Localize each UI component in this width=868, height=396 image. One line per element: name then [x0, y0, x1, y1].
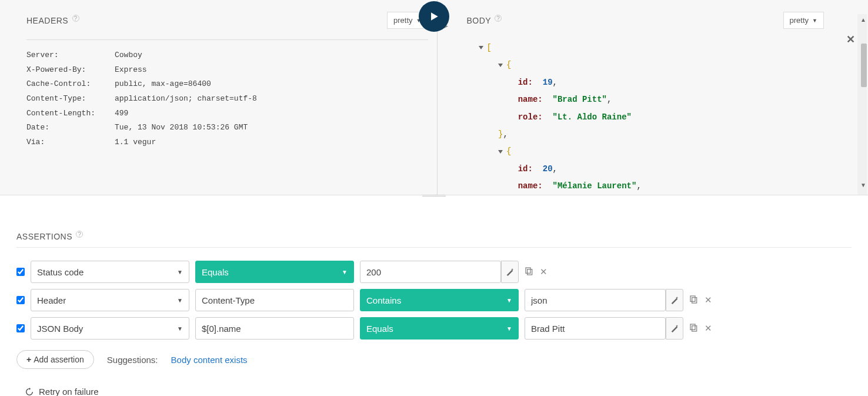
- header-key: X-Powered-By:: [26, 63, 115, 78]
- help-icon[interactable]: ?: [76, 231, 83, 238]
- header-value: public, max-age=86400: [115, 77, 428, 92]
- assertions-section: ASSERTIONS ? Status code▼ Equals▼ ✕ Head…: [0, 195, 868, 396]
- assertions-title: ASSERTIONS ?: [16, 231, 852, 241]
- resize-handle[interactable]: [422, 194, 446, 197]
- json-key: role:: [518, 112, 543, 122]
- chevron-down-icon: ▼: [342, 269, 348, 275]
- scroll-up-icon[interactable]: ▲: [859, 14, 868, 26]
- header-key: Cache-Control:: [26, 77, 115, 92]
- wand-icon: [670, 324, 679, 332]
- body-pretty-select[interactable]: pretty ▼: [783, 12, 824, 29]
- body-panel: ▶ BODY ? pretty ▼ ✕ [ { id: 19, name: "B…: [438, 0, 869, 195]
- json-body: [ { id: 19, name: "Brad Pitt", role: "Lt…: [449, 39, 869, 195]
- assertion-row: Status code▼ Equals▼ ✕: [16, 261, 852, 283]
- delete-icon[interactable]: ✕: [705, 295, 712, 305]
- assertion-enabled-checkbox[interactable]: [16, 268, 25, 276]
- chevron-down-icon: ▼: [506, 297, 512, 304]
- header-row: Cache-Control:public, max-age=86400: [26, 77, 428, 92]
- header-row: X-Powered-By:Express: [26, 63, 428, 78]
- json-value: "Lt. Aldo Raine": [553, 112, 632, 122]
- header-row: Date:Tue, 13 Nov 2018 10:53:26 GMT: [26, 121, 428, 135]
- json-line: },: [479, 126, 860, 143]
- magic-wand-button[interactable]: [501, 261, 519, 283]
- json-value: "Mélanie Laurent": [553, 181, 637, 191]
- comma: ,: [503, 129, 508, 139]
- copy-icon[interactable]: [525, 267, 534, 278]
- header-value: application/json; charset=utf-8: [115, 92, 428, 107]
- assertion-enabled-checkbox[interactable]: [16, 324, 25, 332]
- header-row: Content-Type:application/json; charset=u…: [26, 92, 428, 107]
- assertion-source-select[interactable]: Status code▼: [31, 261, 189, 283]
- assertion-enabled-checkbox[interactable]: [16, 296, 25, 304]
- json-line: name: "Mélanie Laurent",: [479, 178, 860, 195]
- close-icon[interactable]: ✕: [846, 33, 855, 46]
- select-value: Contains: [366, 295, 401, 305]
- header-key: Server:: [26, 48, 115, 63]
- assertion-target-input[interactable]: [525, 317, 666, 340]
- json-line: id: 19,: [479, 74, 860, 91]
- headers-title: HEADERS ?: [26, 15, 79, 25]
- add-assertion-label: Add assertion: [34, 355, 84, 364]
- plus-icon: +: [26, 355, 31, 364]
- wand-icon: [506, 268, 514, 276]
- retry-icon: [25, 387, 34, 396]
- assertion-property-input[interactable]: [195, 289, 354, 311]
- divider: [16, 247, 852, 248]
- add-assertion-button[interactable]: + Add assertion: [16, 350, 94, 369]
- json-line: role: "Lt. Aldo Raine": [479, 109, 860, 126]
- magic-wand-button[interactable]: [666, 289, 683, 311]
- header-key: Via:: [26, 135, 115, 150]
- chevron-down-icon: ▼: [177, 269, 183, 275]
- select-value: Status code: [37, 267, 84, 277]
- assertion-target-input[interactable]: [360, 261, 501, 283]
- toggle-icon[interactable]: [498, 64, 503, 67]
- help-icon[interactable]: ?: [495, 15, 502, 22]
- toggle-icon[interactable]: [498, 150, 503, 154]
- copy-icon[interactable]: [689, 295, 699, 306]
- toggle-icon[interactable]: [479, 46, 483, 49]
- suggestion-link[interactable]: Body content exists: [171, 355, 248, 365]
- play-button[interactable]: [419, 1, 449, 32]
- divider: [26, 39, 428, 40]
- svg-rect-1: [526, 268, 530, 273]
- assertion-source-select[interactable]: Header▼: [31, 289, 189, 311]
- json-line: id: 20,: [479, 161, 860, 178]
- body-title-text: BODY: [467, 16, 491, 26]
- brace: }: [498, 129, 503, 139]
- magic-wand-button[interactable]: [666, 317, 683, 340]
- json-value: "Brad Pitt": [553, 95, 607, 104]
- header-value: Cowboy: [115, 48, 428, 63]
- json-line: {: [479, 56, 860, 74]
- wand-icon: [670, 296, 679, 304]
- bracket: [: [487, 43, 492, 52]
- chevron-down-icon: ▼: [177, 325, 183, 332]
- select-value: Equals: [366, 324, 393, 334]
- retry-label: Retry on failure: [39, 387, 99, 396]
- assertion-source-select[interactable]: JSON Body▼: [31, 317, 189, 340]
- scrollbar-track[interactable]: [857, 14, 867, 195]
- chevron-down-icon: ▼: [506, 325, 512, 332]
- retry-on-failure-toggle[interactable]: Retry on failure: [25, 387, 852, 396]
- json-line: {: [479, 143, 860, 160]
- svg-rect-0: [528, 269, 532, 274]
- body-title: BODY ?: [467, 15, 502, 25]
- scroll-down-icon[interactable]: ▼: [859, 179, 868, 191]
- assertion-row: Header▼ Contains▼ ✕: [16, 289, 852, 311]
- json-key: name:: [518, 181, 543, 191]
- delete-icon[interactable]: ✕: [540, 267, 547, 277]
- json-key: name:: [518, 95, 543, 104]
- assertion-property-input[interactable]: [195, 317, 354, 340]
- assertion-comparison-select[interactable]: Equals▼: [360, 317, 519, 340]
- scrollbar-thumb[interactable]: [861, 44, 867, 87]
- headers-panel: HEADERS ? pretty ▼ ◀ Server:Cowboy X-Pow…: [0, 0, 438, 195]
- pretty-label: pretty: [790, 16, 809, 25]
- delete-icon[interactable]: ✕: [705, 323, 712, 334]
- help-icon[interactable]: ?: [72, 15, 79, 22]
- json-value: 19: [543, 78, 553, 87]
- assertion-target-input[interactable]: [525, 289, 666, 311]
- copy-icon[interactable]: [689, 323, 699, 334]
- assertion-comparison-select[interactable]: Contains▼: [360, 289, 519, 311]
- assertion-comparison-select[interactable]: Equals▼: [195, 261, 354, 283]
- header-value: Tue, 13 Nov 2018 10:53:26 GMT: [115, 121, 428, 135]
- brace: {: [506, 147, 511, 156]
